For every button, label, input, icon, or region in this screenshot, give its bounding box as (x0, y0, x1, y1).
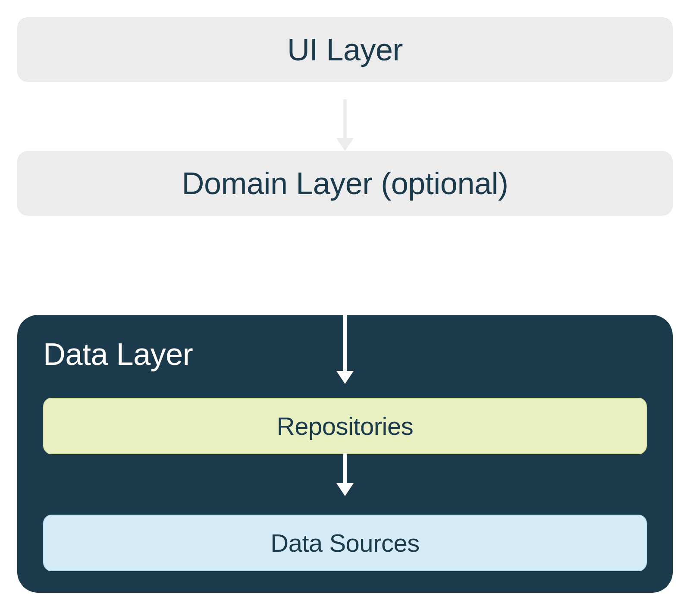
domain-layer-label: Domain Layer (optional) (182, 166, 508, 201)
data-sources-label: Data Sources (270, 529, 419, 557)
ui-layer-label: UI Layer (287, 32, 403, 67)
arrow-head-icon (336, 371, 354, 384)
arrow-line-icon (343, 233, 347, 371)
architecture-diagram: UI Layer Domain Layer (optional) Data La… (17, 17, 673, 593)
repositories-label: Repositories (277, 412, 413, 440)
repositories-box: Repositories (43, 398, 647, 454)
ui-layer-box: UI Layer (17, 17, 673, 82)
arrow-head-icon (336, 483, 354, 496)
arrow-line-icon (343, 99, 347, 138)
arrow-head-icon (336, 138, 354, 151)
arrow-domain-to-data (336, 233, 354, 384)
data-sources-box: Data Sources (43, 515, 647, 571)
domain-layer-box: Domain Layer (optional) (17, 151, 673, 216)
arrow-repos-to-sources (336, 453, 354, 496)
arrow-line-icon (343, 453, 347, 483)
arrow-ui-to-domain (336, 99, 354, 151)
